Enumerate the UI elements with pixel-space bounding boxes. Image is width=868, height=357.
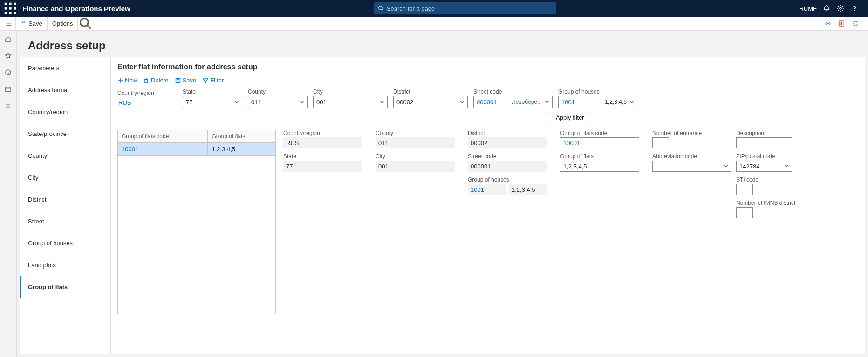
tab-state-province[interactable]: State/province: [20, 123, 110, 145]
tab-list: ParametersAddress formatCountry/regionSt…: [20, 57, 111, 354]
new-button[interactable]: New: [117, 77, 137, 84]
svg-rect-33: [145, 79, 148, 83]
refresh-icon[interactable]: [851, 20, 860, 28]
grid-col-code[interactable]: Group of flats code: [118, 130, 208, 143]
d-gofc-input[interactable]: 10001: [560, 137, 639, 148]
tab-country-region[interactable]: Country/region: [20, 101, 110, 123]
svg-rect-4: [9, 7, 11, 9]
options-button-label: Options: [52, 20, 73, 27]
filter-button-label: Filter: [210, 77, 224, 84]
svg-rect-3: [5, 7, 7, 9]
home-icon[interactable]: [4, 34, 13, 43]
tab-county[interactable]: County: [20, 145, 110, 167]
d-goh-label: Group of houses: [468, 176, 547, 183]
apply-filter-button[interactable]: Apply filter: [550, 112, 590, 123]
delete-button-label: Delete: [151, 77, 169, 84]
d-entrance-label: Number of entrance: [652, 130, 731, 136]
d-gof-label: Group of flats: [560, 153, 639, 160]
chevron-down-icon: [234, 99, 239, 106]
d-gof-input[interactable]: 1,2,3,4,5: [560, 161, 639, 172]
trash-icon: [144, 78, 149, 83]
connector-icon[interactable]: [823, 20, 832, 28]
favorites-icon[interactable]: [4, 51, 13, 60]
state-value: 77: [186, 99, 232, 106]
action-search-icon[interactable]: [78, 17, 94, 31]
section-save-button[interactable]: Save: [175, 77, 197, 84]
modules-icon[interactable]: [4, 101, 13, 110]
country-region-link[interactable]: RUS: [117, 97, 177, 108]
global-search-input[interactable]: [387, 5, 552, 12]
svg-rect-2: [14, 3, 16, 5]
new-button-label: New: [125, 77, 137, 84]
svg-point-12: [854, 10, 854, 11]
city-value: 001: [316, 99, 377, 106]
tab-land-plots[interactable]: Land plots: [20, 254, 110, 276]
svg-rect-26: [6, 87, 11, 91]
user-id[interactable]: RUMF: [799, 5, 817, 12]
tab-parameters[interactable]: Parameters: [20, 57, 110, 79]
state-select[interactable]: 77: [183, 96, 242, 108]
filter-button[interactable]: Filter: [203, 77, 224, 84]
d-goh-extra: 1,2,3,4,5: [509, 184, 547, 195]
help-icon[interactable]: [850, 4, 859, 13]
recent-icon[interactable]: [4, 68, 13, 76]
d-state-value: 77: [283, 161, 362, 172]
tab-street[interactable]: Street: [20, 210, 110, 232]
grid-empty-space: [118, 156, 276, 314]
d-imns-input[interactable]: [736, 207, 753, 218]
svg-rect-17: [22, 21, 24, 23]
district-select[interactable]: 00002: [393, 96, 468, 108]
d-zip-input[interactable]: 142784: [736, 161, 792, 172]
d-desc-label: Description: [736, 130, 795, 136]
action-bar: Save Options: [0, 17, 868, 31]
chevron-down-icon: [300, 99, 304, 106]
filter-icon: [203, 78, 208, 83]
grid-col-flats[interactable]: Group of flats: [208, 130, 276, 143]
d-desc-input[interactable]: [736, 137, 792, 148]
district-label: District: [393, 88, 468, 95]
street-code-label: Street code: [473, 88, 553, 95]
d-entrance-input[interactable]: [652, 137, 669, 148]
section-save-label: Save: [183, 77, 197, 84]
svg-point-18: [81, 18, 89, 26]
app-title: Finance and Operations Preview: [22, 5, 130, 13]
county-select[interactable]: 011: [248, 96, 308, 108]
delete-button[interactable]: Delete: [144, 77, 169, 84]
group-of-houses-extra: 1,2,3,4,5: [605, 99, 627, 105]
search-icon: [378, 5, 384, 12]
d-district-value: 00002: [468, 137, 547, 148]
nav-toggle-icon[interactable]: [2, 17, 16, 31]
d-imns-label: Number of IMNS district: [736, 200, 795, 206]
global-search[interactable]: [374, 2, 556, 14]
svg-rect-5: [14, 7, 16, 9]
workspaces-icon[interactable]: [4, 85, 13, 93]
street-code-select[interactable]: 000001Левобере...: [473, 96, 553, 108]
group-of-flats-grid: Group of flats code Group of flats 10001…: [117, 130, 276, 314]
chevron-down-icon: [545, 99, 549, 106]
d-abbr-input[interactable]: [652, 161, 731, 172]
tab-group-of-houses[interactable]: Group of houses: [20, 232, 110, 254]
table-row[interactable]: 10001 1,2,3,4,5: [118, 143, 276, 156]
app-launcher-icon[interactable]: [4, 2, 17, 15]
tab-district[interactable]: District: [20, 189, 110, 210]
svg-rect-8: [14, 12, 16, 14]
options-button[interactable]: Options: [48, 17, 78, 31]
tab-group-of-flats[interactable]: Group of flats: [20, 276, 110, 298]
d-gofc-label: Group of flats code: [560, 130, 639, 136]
d-goh-value[interactable]: 1001: [468, 184, 506, 195]
d-street-label: Street code: [468, 153, 547, 160]
office-icon[interactable]: [837, 20, 846, 28]
group-of-houses-select[interactable]: 10011,2,3,4,5: [558, 96, 637, 108]
grid-cell-flats: 1,2,3,4,5: [208, 143, 276, 156]
settings-icon[interactable]: [836, 4, 845, 13]
city-select[interactable]: 001: [313, 96, 388, 108]
tab-city[interactable]: City: [20, 167, 110, 189]
tab-address-format[interactable]: Address format: [20, 79, 110, 101]
notifications-icon[interactable]: [822, 4, 831, 13]
d-sti-input[interactable]: [736, 184, 753, 195]
grid-cell-code[interactable]: 10001: [118, 143, 208, 156]
d-county-label: County: [376, 130, 455, 136]
save-button[interactable]: Save: [16, 17, 48, 31]
d-city-value: 001: [376, 161, 455, 172]
page-title: Address setup: [17, 31, 868, 57]
